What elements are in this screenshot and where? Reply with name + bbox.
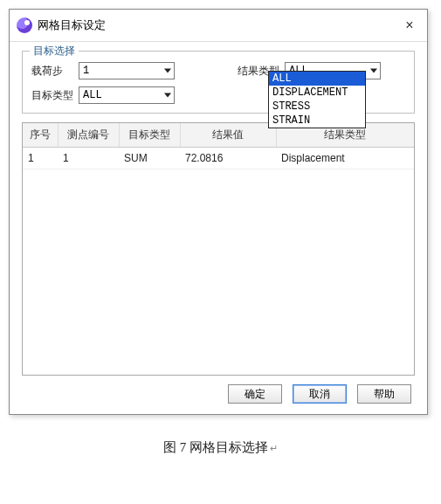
cancel-button[interactable]: 取消 [293, 384, 347, 404]
loadstep-value: 1 [83, 65, 89, 77]
cell-rt: Displacement [276, 148, 414, 169]
loadstep-label: 载荷步 [31, 64, 79, 79]
help-button[interactable]: 帮助 [357, 384, 411, 404]
th-mp[interactable]: 测点编号 [58, 123, 119, 148]
th-seq[interactable]: 序号 [23, 123, 58, 148]
fieldset-legend: 目标选择 [30, 44, 79, 59]
close-button[interactable]: × [399, 15, 420, 36]
loadstep-combo[interactable]: 1 [79, 62, 175, 79]
title-bar: 网格目标设定 × [10, 10, 427, 42]
cell-rv: 72.0816 [180, 148, 276, 169]
target-type-value: ALL [83, 89, 102, 101]
cell-tt: SUM [119, 148, 180, 169]
table-row[interactable]: 1 1 SUM 72.0816 Displacement [23, 148, 414, 169]
dialog-content: 目标选择 载荷步 1 结果类型 ALL 目标类型 ALL [10, 42, 427, 414]
th-tt[interactable]: 目标类型 [119, 123, 180, 148]
chevron-down-icon [164, 93, 171, 98]
chevron-down-icon [370, 69, 377, 73]
cell-seq: 1 [23, 148, 58, 169]
results-table: 序号 测点编号 目标类型 结果值 结果类型 1 1 SUM 72.0816 Di… [23, 123, 414, 169]
caption-mark: ↵ [270, 443, 278, 453]
target-type-label: 目标类型 [31, 88, 79, 103]
dropdown-option[interactable]: ALL [269, 72, 365, 86]
dropdown-option[interactable]: DISPLACEMENT [269, 86, 365, 100]
dropdown-option[interactable]: STRESS [269, 100, 365, 114]
dialog-window: 网格目标设定 × 目标选择 载荷步 1 结果类型 ALL 目标类型 [9, 9, 428, 415]
dropdown-option[interactable]: STRAIN [269, 114, 365, 128]
th-rv[interactable]: 结果值 [180, 123, 276, 148]
window-title: 网格目标设定 [38, 17, 106, 33]
results-table-wrap: 序号 测点编号 目标类型 结果值 结果类型 1 1 SUM 72.0816 Di… [22, 122, 415, 376]
result-type-dropdown[interactable]: ALL DISPLACEMENT STRESS STRAIN [268, 71, 366, 128]
button-bar: 确定 取消 帮助 [22, 376, 415, 407]
chevron-down-icon [164, 69, 171, 73]
app-icon [17, 17, 32, 33]
caption-text: 图 7 网格目标选择 [163, 440, 268, 454]
target-type-combo[interactable]: ALL [79, 86, 175, 104]
ok-button[interactable]: 确定 [228, 384, 282, 404]
cell-mp: 1 [58, 148, 119, 169]
figure-caption: 图 7 网格目标选择↵ [9, 439, 432, 456]
